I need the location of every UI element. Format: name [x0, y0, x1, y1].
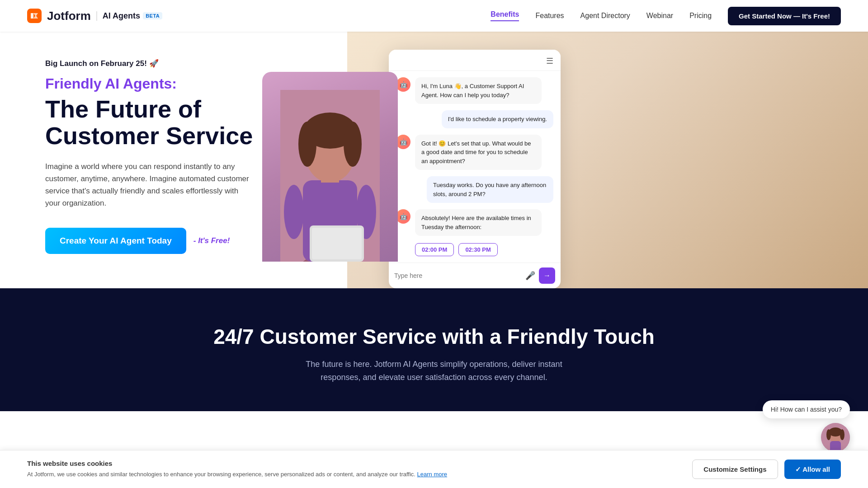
- svg-point-16: [826, 429, 831, 440]
- chat-message-1: 🤖 Hi, I'm Luna 👋, a Customer Support AI …: [396, 77, 553, 104]
- svg-rect-0: [27, 9, 42, 23]
- widget-avatar-illustration: [821, 423, 850, 452]
- nav-agent-directory[interactable]: Agent Directory: [580, 12, 630, 20]
- dark-section: 24/7 Customer Service with a Friendly To…: [0, 288, 868, 411]
- dark-section-heading: 24/7 Customer Service with a Friendly To…: [27, 324, 841, 349]
- product-name: AI Agents: [103, 11, 140, 21]
- cookie-banner: This website uses cookies At Jotform, we…: [0, 450, 868, 488]
- chat-message-2: I'd like to schedule a property viewing.: [396, 110, 553, 128]
- chat-widget: Hi! How can I assist you?: [763, 400, 850, 452]
- agent-silhouette: [280, 90, 380, 262]
- hero-cta: Create Your AI Agent Today - It's Free!: [45, 228, 253, 254]
- agent-photo: [262, 72, 398, 262]
- chat-menu-icon[interactable]: ☰: [546, 56, 553, 66]
- hero-section: Big Launch on February 25! 🚀 Friendly AI…: [0, 32, 868, 288]
- nav-features[interactable]: Features: [535, 12, 564, 20]
- svg-point-4: [284, 185, 304, 239]
- hero-title: The Future of Customer Service: [45, 96, 253, 150]
- chat-bubble-4: Tuesday works. Do you have any afternoon…: [427, 176, 553, 203]
- time-slot-1[interactable]: 02:00 PM: [415, 243, 454, 256]
- chat-body: 🤖 Hi, I'm Luna 👋, a Customer Support AI …: [389, 71, 561, 263]
- chat-input[interactable]: [394, 272, 522, 279]
- hero-content: Big Launch on February 25! 🚀 Friendly AI…: [0, 32, 280, 272]
- chat-header: ☰: [389, 50, 561, 71]
- chat-bubble-1: Hi, I'm Luna 👋, a Customer Support AI Ag…: [415, 77, 542, 104]
- jotform-logo-icon: [27, 9, 42, 23]
- cookie-title: This website uses cookies: [27, 460, 674, 467]
- customize-settings-button[interactable]: Customize Settings: [692, 460, 778, 479]
- allow-all-button[interactable]: ✓ Allow all: [784, 460, 841, 479]
- hero-chat-area: ☰ 🤖 Hi, I'm Luna 👋, a Customer Support A…: [262, 32, 868, 288]
- beta-label: BETA: [143, 12, 162, 19]
- send-icon: →: [543, 272, 551, 280]
- chat-bubble-3: Got it! 😊 Let's set that up. What would …: [415, 135, 542, 170]
- chat-message-3: 🤖 Got it! 😊 Let's set that up. What woul…: [396, 135, 553, 170]
- ai-agents-badge: AI Agents BETA: [96, 11, 162, 21]
- svg-point-9: [298, 122, 316, 167]
- chat-widget-avatar[interactable]: [821, 423, 850, 452]
- create-agent-button[interactable]: Create Your AI Agent Today: [45, 228, 186, 254]
- dark-section-description: The future is here. Jotform AI Agents si…: [294, 358, 574, 384]
- learn-more-link[interactable]: Learn more: [417, 471, 447, 478]
- send-button[interactable]: →: [539, 267, 555, 284]
- nav-pricing[interactable]: Pricing: [689, 12, 712, 20]
- microphone-icon[interactable]: 🎤: [525, 271, 535, 281]
- cookie-actions: Customize Settings ✓ Allow all: [692, 460, 841, 479]
- bot-avatar-2: 🤖: [396, 135, 410, 149]
- svg-point-17: [840, 429, 844, 440]
- get-started-button[interactable]: Get Started Now — It's Free!: [728, 7, 841, 25]
- chat-input-row: 🎤 →: [389, 263, 561, 288]
- time-slot-2[interactable]: 02:30 PM: [458, 243, 497, 256]
- chat-widget-bubble: Hi! How can I assist you?: [763, 400, 850, 418]
- chat-bubble-5: Absolutely! Here are the available times…: [415, 209, 542, 236]
- hero-description: Imagine a world where you can respond in…: [45, 160, 253, 210]
- logo-name: Jotform: [47, 9, 91, 23]
- chat-message-4: Tuesday works. Do you have any afternoon…: [396, 176, 553, 203]
- chat-message-5: 🤖 Absolutely! Here are the available tim…: [396, 209, 553, 256]
- navbar-brand: Jotform AI Agents BETA: [27, 9, 162, 23]
- chat-bubble-2: I'd like to schedule a property viewing.: [442, 110, 553, 128]
- chat-panel: ☰ 🤖 Hi, I'm Luna 👋, a Customer Support A…: [389, 50, 561, 288]
- time-slots: 02:00 PM 02:30 PM: [415, 243, 542, 256]
- bot-avatar-3: 🤖: [396, 209, 410, 224]
- launch-badge: Big Launch on February 25! 🚀: [45, 59, 253, 68]
- nav-benefits[interactable]: Benefits: [491, 10, 519, 21]
- cookie-text-wrap: This website uses cookies At Jotform, we…: [27, 460, 674, 479]
- navbar: Jotform AI Agents BETA Benefits Features…: [0, 0, 868, 32]
- hero-subtitle: Friendly AI Agents:: [45, 75, 253, 92]
- cookie-description: At Jotform, we use cookies and similar t…: [27, 470, 674, 479]
- svg-rect-12: [312, 228, 362, 259]
- agent-photo-wrap: [262, 72, 398, 262]
- navbar-links: Benefits Features Agent Directory Webina…: [491, 7, 841, 25]
- svg-point-10: [344, 122, 362, 167]
- free-label: - It's Free!: [193, 236, 230, 245]
- bot-avatar-1: 🤖: [396, 77, 410, 92]
- nav-webinar[interactable]: Webinar: [646, 12, 673, 20]
